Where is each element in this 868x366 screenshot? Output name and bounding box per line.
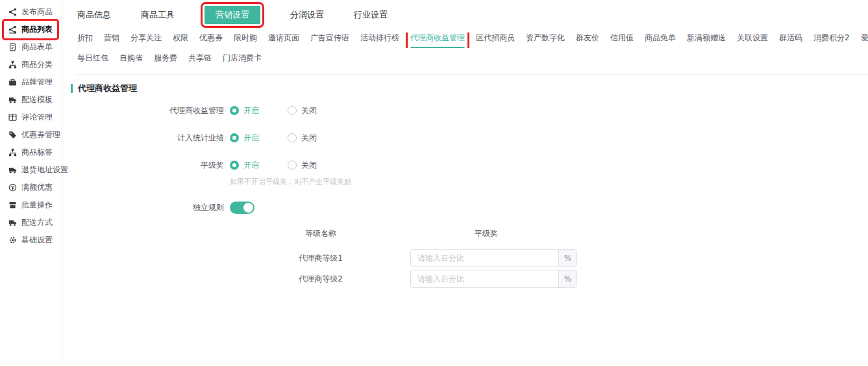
sub-tab-label: 限时购 <box>234 33 257 42</box>
sub-tab[interactable]: 分享关注 <box>130 33 162 48</box>
sub-tab-label: 消费积分2 <box>813 33 850 42</box>
form-label: 平级奖 <box>71 160 230 171</box>
sub-tab-label: 优惠券 <box>199 33 223 42</box>
sidebar-item[interactable]: 基础设置 <box>4 231 57 249</box>
sidebar-item[interactable]: 退货地址设置 <box>4 161 57 179</box>
settings-form: 代理商收益管理 开启 关闭 计入统计业绩 <box>71 104 868 288</box>
radio-option-on[interactable]: 开启 <box>230 160 259 171</box>
sub-tab[interactable]: 权限 <box>173 33 188 48</box>
sub-tab[interactable]: 代理商收益管理 <box>410 33 465 48</box>
product-tag-icon <box>8 148 17 157</box>
radio-option-off[interactable]: 关闭 <box>288 160 317 171</box>
sub-tab-label: 自购省 <box>119 53 143 62</box>
coupon-icon <box>8 131 17 139</box>
radio-option-on[interactable]: 开启 <box>230 105 259 116</box>
percent-suffix: % <box>558 250 577 267</box>
sidebar: 发布商品 商品列表 商品表单 商品分类 品牌管理 配送模板 评论管理 优惠券管理… <box>0 0 62 361</box>
sidebar-item[interactable]: 评论管理 <box>4 109 57 126</box>
sidebar-item[interactable]: 商品分类 <box>4 56 57 73</box>
sub-tab-label: 资产数字化 <box>526 33 565 42</box>
sub-tab[interactable]: 群友价 <box>576 33 599 48</box>
sub-tab[interactable]: 折扣 <box>77 33 93 48</box>
sidebar-item[interactable]: 品牌管理 <box>4 73 57 91</box>
sub-tab[interactable]: 限时购 <box>234 33 257 48</box>
sidebar-item[interactable]: 商品表单 <box>4 38 57 56</box>
radio-group-count-performance: 开启 关闭 <box>230 133 317 144</box>
sidebar-item[interactable]: 发布商品 <box>4 3 57 21</box>
sub-tab[interactable]: 资产数字化 <box>526 33 565 48</box>
sidebar-item-label: 批量操作 <box>21 200 53 211</box>
sub-tab[interactable]: 爱心值A8 <box>861 33 868 48</box>
percentage-input[interactable] <box>411 250 558 267</box>
peer-award-hint: 如果不开启平级奖，则不产生平级奖励 <box>230 177 351 187</box>
percentage-input[interactable] <box>411 270 558 287</box>
form-label: 计入统计业绩 <box>71 133 230 144</box>
sub-tab[interactable]: 区代招商员 <box>476 33 515 48</box>
sub-tab[interactable]: 新满额赠送 <box>687 33 726 48</box>
sidebar-item[interactable]: 商品列表 <box>4 21 57 38</box>
percentage-cell: % <box>395 270 577 288</box>
sidebar-item-label: 优惠券管理 <box>21 129 60 140</box>
primary-tab-label: 商品工具 <box>141 10 175 20</box>
level-name: 代理商等级1 <box>246 253 395 264</box>
sidebar-item[interactable]: 优惠券管理 <box>4 126 57 144</box>
primary-tab[interactable]: 营销设置 <box>205 6 260 24</box>
sub-tab[interactable]: 每日红包 <box>77 53 108 68</box>
level-name: 代理商等级2 <box>246 274 395 285</box>
sub-tabs-row1: 折扣 营销 分享关注 权限 优惠券 限时购 邀请页面 广告宣传语 活动排行榜 <box>77 33 868 48</box>
primary-tab[interactable]: 商品信息 <box>77 9 111 21</box>
radio-label: 开启 <box>243 160 259 171</box>
sub-tab[interactable]: 邀请页面 <box>268 33 299 48</box>
radio-option-off[interactable]: 关闭 <box>288 105 317 116</box>
sub-tab[interactable]: 活动排行榜 <box>360 33 399 48</box>
sub-tab[interactable]: 优惠券 <box>199 33 223 48</box>
sub-tab[interactable]: 共享链 <box>188 53 212 68</box>
sub-tab[interactable]: 门店消费卡 <box>223 53 262 68</box>
independent-rule-toggle[interactable] <box>230 202 254 214</box>
category-icon <box>8 60 17 69</box>
sub-tab[interactable]: 信用值 <box>610 33 634 48</box>
sub-tab[interactable]: 商品免单 <box>645 33 676 48</box>
sub-tab-label: 区代招商员 <box>476 33 515 42</box>
sub-tab-label: 服务费 <box>154 53 177 62</box>
section-title-bar <box>71 84 73 93</box>
percentage-input-group: % <box>410 270 577 288</box>
sub-tab-label: 折扣 <box>77 33 93 42</box>
sidebar-item-label: 基础设置 <box>21 235 53 246</box>
primary-tab[interactable]: 分润设置 <box>290 9 324 21</box>
radio-label: 开启 <box>243 105 259 116</box>
sub-tab[interactable]: 群活码 <box>779 33 802 48</box>
sub-tab[interactable]: 营销 <box>104 33 119 48</box>
sub-tab[interactable]: 关联设置 <box>737 33 768 48</box>
radio-option-off[interactable]: 关闭 <box>288 133 317 144</box>
sidebar-item[interactable]: 配送模板 <box>4 91 57 109</box>
settings-icon <box>8 236 17 244</box>
sidebar-item[interactable]: 批量操作 <box>4 196 57 214</box>
sub-tab-label: 每日红包 <box>77 53 108 62</box>
radio-icon <box>288 106 297 115</box>
sidebar-item[interactable]: 满额优惠 <box>4 179 57 196</box>
sidebar-item-label: 品牌管理 <box>21 77 53 88</box>
sub-tab[interactable]: 广告宣传语 <box>310 33 349 48</box>
radio-option-on[interactable]: 开启 <box>230 133 259 144</box>
section-title: 代理商收益管理 <box>71 83 868 94</box>
discount-icon <box>8 183 17 192</box>
sidebar-item-label: 满额优惠 <box>21 182 53 193</box>
sub-tab[interactable]: 服务费 <box>154 53 177 68</box>
radio-label: 关闭 <box>301 160 317 171</box>
sidebar-item[interactable]: 商品标签 <box>4 144 57 161</box>
primary-tab[interactable]: 商品工具 <box>141 9 175 21</box>
brand-icon <box>8 78 17 86</box>
radio-icon <box>230 161 239 170</box>
table-row: 代理商等级1 % <box>246 249 868 267</box>
table-header-level-name: 等级名称 <box>246 228 395 239</box>
sidebar-item-label: 商品标签 <box>21 147 53 158</box>
primary-tab[interactable]: 行业设置 <box>354 9 388 21</box>
sub-tab[interactable]: 自购省 <box>119 53 143 68</box>
sidebar-item-label: 退货地址设置 <box>21 164 68 176</box>
sub-tab-label: 分享关注 <box>130 33 162 42</box>
sub-tab[interactable]: 消费积分2 <box>813 33 850 48</box>
radio-icon <box>230 133 239 142</box>
product-list-icon <box>8 25 17 34</box>
sidebar-item[interactable]: 配送方式 <box>4 214 57 231</box>
